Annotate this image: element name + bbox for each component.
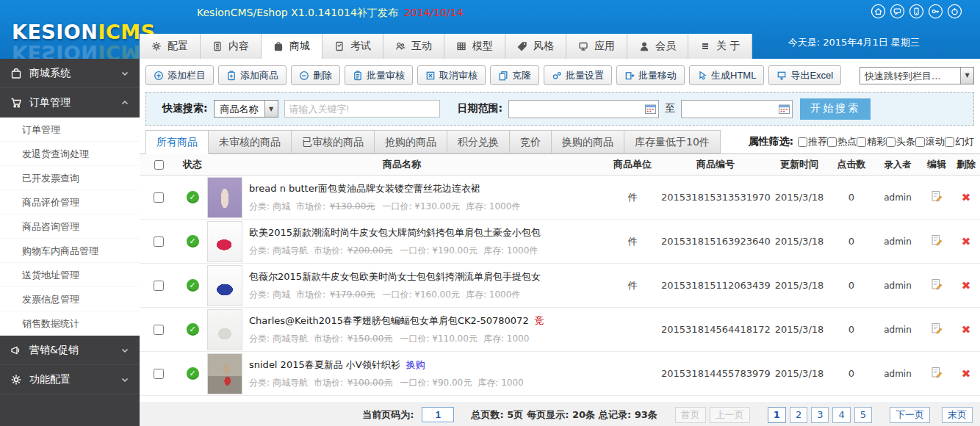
headline-checkbox[interactable] xyxy=(886,137,896,147)
edit-icon[interactable] xyxy=(931,278,943,290)
row-checkbox[interactable] xyxy=(154,237,164,247)
search-field-select[interactable]: 商品名称 ▼ xyxy=(214,100,278,118)
sidebar-item-product-inquiry-management[interactable]: 商品咨询管理 xyxy=(0,214,140,239)
batch-settings-button[interactable]: 批量设置 xyxy=(544,65,612,85)
product-code: 201531814564418172 xyxy=(661,324,770,335)
delete-icon[interactable]: ✖ xyxy=(962,191,971,204)
sidebar-section-marketing-promotion[interactable]: 营销&促销 xyxy=(0,336,140,365)
product-code: 201531815163923640 xyxy=(661,236,770,247)
delete-icon[interactable]: ✖ xyxy=(962,367,971,380)
row-checkbox[interactable] xyxy=(154,281,164,291)
tab-config[interactable]: 配置 xyxy=(140,34,201,59)
home-icon[interactable] xyxy=(871,4,886,19)
add-category-button[interactable]: 添加栏目 xyxy=(145,65,214,85)
tab-style[interactable]: 风格 xyxy=(505,34,566,59)
edit-icon[interactable] xyxy=(931,190,943,202)
row-checkbox[interactable] xyxy=(154,325,164,335)
sidebar-section-mall-system[interactable]: 商城系统 xyxy=(0,59,140,88)
generate-html-button[interactable]: 生成HTML xyxy=(689,65,764,85)
filter-tab-all-products[interactable]: 所有商品 xyxy=(145,130,209,154)
click-count: 0 xyxy=(829,324,874,335)
sidebar-section-function-config[interactable]: 功能配置 xyxy=(0,365,140,394)
filter-tab-unapproved[interactable]: 未审核的商品 xyxy=(209,130,292,154)
product-thumbnail xyxy=(207,309,242,350)
delete-icon[interactable]: ✖ xyxy=(962,235,971,248)
quick-jump-select[interactable]: 快速跳转到栏目... ▼ xyxy=(860,67,974,84)
batch-approve-button[interactable]: 批量审核 xyxy=(345,65,413,85)
edit-icon[interactable] xyxy=(931,322,943,334)
product-name-link[interactable]: snidel 2015春夏新品 小V领针织衫 xyxy=(249,359,400,370)
next-page-button[interactable]: 下一页 xyxy=(890,407,930,423)
page-button-3[interactable]: 3 xyxy=(811,407,829,423)
hot-checkbox[interactable] xyxy=(827,137,837,147)
delete-button[interactable]: 删除 xyxy=(291,65,340,85)
tab-exam[interactable]: 考试 xyxy=(323,34,383,59)
tab-apps[interactable]: 应用 xyxy=(566,34,627,59)
batch-move-button[interactable]: 批量移动 xyxy=(616,65,685,85)
total-pages: 总页数: 5页 xyxy=(471,408,523,422)
tab-about[interactable]: 关 于 xyxy=(688,34,752,59)
scroll-checkbox[interactable] xyxy=(915,137,925,147)
start-search-button[interactable]: 开始搜索 xyxy=(800,98,871,120)
sidebar-item-shipping-address-management[interactable]: 送货地址管理 xyxy=(0,263,140,287)
attr-slide: 幻灯 xyxy=(945,135,974,148)
page-button-1[interactable]: 1 xyxy=(768,407,786,423)
key-icon[interactable] xyxy=(928,4,943,19)
select-all-checkbox[interactable] xyxy=(154,160,164,170)
featured-checkbox[interactable] xyxy=(857,137,866,147)
page-button-4[interactable]: 4 xyxy=(832,407,850,423)
page-button-2[interactable]: 2 xyxy=(790,407,807,423)
clone-button[interactable]: 克隆 xyxy=(490,65,539,85)
current-page-input[interactable] xyxy=(422,407,454,422)
edit-icon[interactable] xyxy=(931,234,943,246)
delete-icon[interactable]: ✖ xyxy=(962,279,971,292)
sidebar-item-product-review-management[interactable]: 商品评价管理 xyxy=(0,190,140,214)
page-button-5[interactable]: 5 xyxy=(854,407,872,423)
tab-content[interactable]: 内容 xyxy=(201,34,262,59)
sidebar-item-cart-product-management[interactable]: 购物车内商品管理 xyxy=(0,239,140,263)
product-name-link[interactable]: 包薇尔2015新款牛皮女包欧美时尚女士包包斜挎潮流单肩包手提包女 xyxy=(249,271,541,282)
filter-tab-approved[interactable]: 已审核的商品 xyxy=(292,130,375,154)
power-icon[interactable] xyxy=(947,4,962,19)
filter-tab-bidding[interactable]: 竞价 xyxy=(510,130,552,154)
date-range-label: 日期范围: xyxy=(458,102,503,115)
tab-interact[interactable]: 互动 xyxy=(383,34,444,59)
export-excel-button[interactable]: 导出Excel xyxy=(768,65,841,85)
dropdown-arrow-icon[interactable]: ▼ xyxy=(960,68,973,84)
filter-tab-trade-in[interactable]: 换购的商品 xyxy=(552,130,624,154)
tab-members[interactable]: 会员 xyxy=(627,34,688,59)
filter-tab-points-exchange[interactable]: 积分兑换 xyxy=(447,130,510,154)
sidebar-item-returns-query[interactable]: 发退货查询处理 xyxy=(0,142,140,166)
dropdown-arrow-icon[interactable]: ▼ xyxy=(264,101,278,117)
message-icon[interactable] xyxy=(890,4,905,19)
date-from-input[interactable] xyxy=(508,100,659,118)
sidebar-section-order-management[interactable]: 订单管理 xyxy=(0,88,140,118)
product-name-link[interactable]: Charles@Keith2015春季翅膀包蝙蝠包女单肩包CK2-5078007… xyxy=(249,315,529,326)
sidebar-item-order-management[interactable]: 订单管理 xyxy=(0,118,140,142)
calendar-icon[interactable] xyxy=(779,104,790,114)
logo: KESIONICMS xyxy=(12,22,156,42)
tab-mall[interactable]: 商城 xyxy=(262,34,323,59)
product-name-link[interactable]: bread n butter面包黄油品牌女装镂空蕾丝花边连衣裙 xyxy=(249,183,480,194)
sidebar-item-invoice-issued-query[interactable]: 已开发票查询 xyxy=(0,166,140,190)
calendar-icon[interactable] xyxy=(645,104,656,114)
last-page-button[interactable]: 末页 xyxy=(942,407,973,423)
slide-checkbox[interactable] xyxy=(945,137,954,147)
keyword-input[interactable] xyxy=(284,100,440,118)
mobile-icon[interactable] xyxy=(909,4,924,19)
sidebar-item-sales-statistics[interactable]: 销售数据统计 xyxy=(0,311,140,336)
delete-icon[interactable]: ✖ xyxy=(962,323,971,336)
row-checkbox[interactable] xyxy=(154,192,164,203)
date-to-input[interactable] xyxy=(681,100,793,118)
add-product-button[interactable]: 添加商品 xyxy=(218,65,287,85)
edit-icon[interactable] xyxy=(931,367,943,378)
recommend-checkbox[interactable] xyxy=(798,137,807,147)
author: admin xyxy=(874,237,921,247)
filter-tab-flash-sale[interactable]: 抢购的商品 xyxy=(375,130,447,154)
row-checkbox[interactable] xyxy=(154,369,164,379)
cancel-approve-button[interactable]: 取消审核 xyxy=(417,65,486,85)
sidebar-item-invoice-info-management[interactable]: 发票信息管理 xyxy=(0,287,140,311)
filter-tab-low-stock[interactable]: 库存量低于10件 xyxy=(624,130,721,154)
product-name-link[interactable]: 欧美2015新款潮流时尚牛皮女包大牌简约斜挎包单肩包土豪金小包包 xyxy=(249,227,541,238)
tab-model[interactable]: 模型 xyxy=(444,34,505,59)
